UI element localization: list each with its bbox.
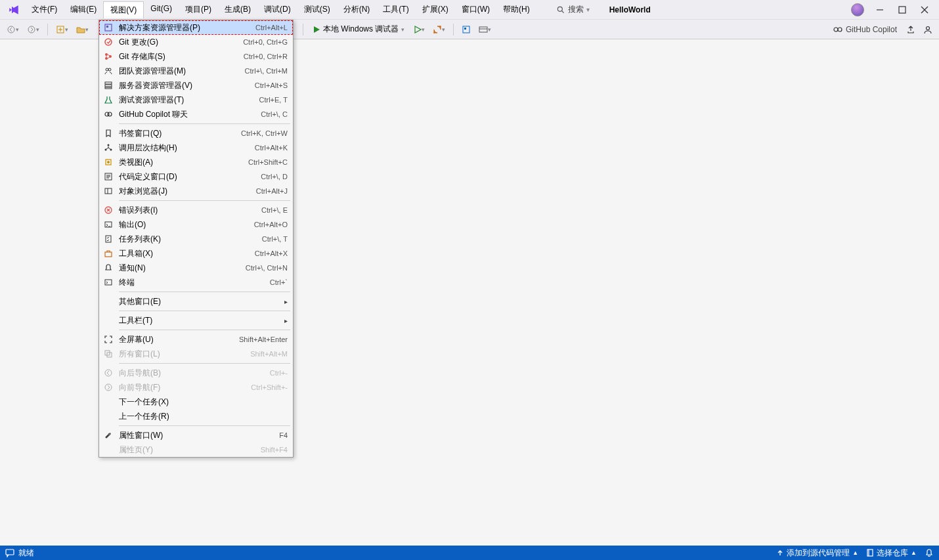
menu-item-label: 向后导航(B) bbox=[119, 368, 262, 379]
menu-item-label: 上一个任务(R) bbox=[119, 411, 280, 422]
select-repo-button[interactable]: 选择仓库 ▲ bbox=[866, 548, 917, 559]
nav-forward-button[interactable]: ▾ bbox=[24, 24, 42, 35]
menu-item-label: 终端 bbox=[119, 277, 262, 288]
menu-item-label: 向前导航(F) bbox=[119, 382, 243, 393]
menu-item-代码定义窗口[interactable]: 代码定义窗口(D)Ctrl+\, D bbox=[99, 169, 293, 184]
menu-item-书签窗口[interactable]: 书签窗口(Q)Ctrl+K, Ctrl+W bbox=[99, 126, 293, 140]
menu-item-label: 输出(O) bbox=[119, 219, 246, 230]
share-button[interactable] bbox=[904, 24, 918, 35]
menu-item-终端[interactable]: 终端Ctrl+` bbox=[99, 275, 293, 290]
menu-扩展[interactable]: 扩展(X) bbox=[416, 1, 455, 18]
solution-icon bbox=[102, 22, 115, 33]
menu-item-label: 解决方案资源管理器(P) bbox=[119, 22, 248, 33]
object-icon bbox=[102, 186, 115, 196]
menu-item-工具箱[interactable]: 工具箱(X)Ctrl+Alt+X bbox=[99, 246, 293, 261]
copilot-label: GitHub Copilot bbox=[846, 25, 897, 34]
menu-item-工具栏[interactable]: 工具栏(T)▸ bbox=[99, 313, 293, 328]
vs-logo-icon bbox=[8, 4, 20, 16]
menu-item-shortcut: Shift+F4 bbox=[261, 446, 288, 454]
menu-视图[interactable]: 视图(V) bbox=[103, 1, 144, 18]
start-nodebug-button[interactable]: ▾ bbox=[411, 24, 427, 35]
menu-item-其他窗口[interactable]: 其他窗口(E)▸ bbox=[99, 294, 293, 309]
menu-编辑[interactable]: 编辑(E) bbox=[64, 1, 103, 18]
menu-item-label: Git 更改(G) bbox=[119, 37, 235, 48]
statusbar: 就绪 添加到源代码管理 ▲ 选择仓库 ▲ bbox=[0, 546, 939, 560]
menu-item-对象浏览器[interactable]: 对象浏览器(J)Ctrl+Alt+J bbox=[99, 184, 293, 198]
maximize-button[interactable] bbox=[896, 3, 909, 16]
svg-rect-45 bbox=[105, 252, 112, 257]
menu-生成[interactable]: 生成(B) bbox=[218, 1, 257, 18]
menu-item-label: 调用层次结构(H) bbox=[119, 142, 247, 154]
menu-item-类视图[interactable]: 类视图(A)Ctrl+Shift+C bbox=[99, 155, 293, 169]
svg-point-14 bbox=[838, 28, 842, 32]
menu-item-shortcut: Ctrl+\, Ctrl+M bbox=[245, 67, 288, 75]
menu-item-Git 存储库[interactable]: Git 存储库(S)Ctrl+0, Ctrl+R bbox=[99, 49, 293, 64]
menu-item-属性窗口[interactable]: 属性窗口(W)F4 bbox=[99, 428, 293, 442]
close-button[interactable] bbox=[918, 3, 931, 16]
blank-icon bbox=[102, 397, 115, 407]
menu-item-属性页: 属性页(Y)Shift+F4 bbox=[99, 442, 293, 457]
menu-测试[interactable]: 测试(S) bbox=[297, 1, 337, 18]
menu-item-团队资源管理器[interactable]: 团队资源管理器(M)Ctrl+\, Ctrl+M bbox=[99, 64, 293, 78]
svg-point-49 bbox=[105, 370, 112, 376]
menu-item-测试资源管理器[interactable]: 测试资源管理器(T)Ctrl+E, T bbox=[99, 93, 293, 107]
menu-item-shortcut: Ctrl+0, Ctrl+R bbox=[244, 53, 288, 60]
terminal-icon bbox=[102, 277, 115, 288]
menu-item-shortcut: Ctrl+Alt+L bbox=[255, 24, 288, 32]
menu-item-shortcut: Shift+Alt+M bbox=[250, 350, 288, 358]
menu-文件[interactable]: 文件(F) bbox=[25, 1, 64, 18]
wrench-icon bbox=[102, 430, 115, 441]
menu-item-label: Git 存储库(S) bbox=[119, 51, 236, 62]
menu-工具[interactable]: 工具(T) bbox=[376, 1, 415, 18]
menu-item-调用层次结构[interactable]: 调用层次结构(H)Ctrl+Alt+K bbox=[99, 140, 293, 155]
menu-item-上一个任务[interactable]: 上一个任务(R) bbox=[99, 409, 293, 423]
menu-item-GitHub Copilot 聊天[interactable]: GitHub Copilot 聊天Ctrl+\, C bbox=[99, 107, 293, 121]
menu-item-向后导航: 向后导航(B)Ctrl+- bbox=[99, 366, 293, 380]
team-icon bbox=[102, 66, 115, 76]
menu-separator bbox=[119, 363, 290, 364]
menu-item-label: 工具箱(X) bbox=[119, 248, 247, 259]
search-box[interactable]: 搜索 ▾ bbox=[556, 4, 590, 15]
svg-rect-46 bbox=[105, 280, 112, 285]
svg-point-20 bbox=[105, 57, 108, 60]
menu-item-label: 属性页(Y) bbox=[119, 444, 253, 456]
nav-back-button[interactable]: ▾ bbox=[4, 24, 22, 35]
svg-rect-24 bbox=[105, 82, 112, 84]
menu-item-服务器资源管理器[interactable]: 服务器资源管理器(V)Ctrl+Alt+S bbox=[99, 78, 293, 93]
chevron-right-icon: ▸ bbox=[284, 317, 288, 324]
debug-target[interactable]: 本地 Windows 调试器 ▾ bbox=[309, 22, 408, 36]
feedback-icon[interactable] bbox=[5, 548, 14, 557]
menu-帮助[interactable]: 帮助(H) bbox=[496, 1, 536, 18]
minimize-button[interactable] bbox=[873, 3, 886, 16]
menu-item-全屏幕[interactable]: 全屏幕(U)Shift+Alt+Enter bbox=[99, 332, 293, 347]
hot-reload-button[interactable]: ▾ bbox=[430, 24, 448, 35]
menu-item-Git 更改[interactable]: Git 更改(G)Ctrl+0, Ctrl+G bbox=[99, 35, 293, 49]
menu-Git[interactable]: Git(G) bbox=[144, 1, 179, 18]
account-settings-button[interactable] bbox=[921, 24, 935, 35]
menu-item-label: 下一个任务(X) bbox=[119, 397, 280, 408]
menu-调试[interactable]: 调试(D) bbox=[257, 1, 297, 18]
toolbar-icon-1[interactable] bbox=[459, 24, 473, 35]
notifications-icon[interactable] bbox=[925, 548, 934, 557]
menu-item-下一个任务[interactable]: 下一个任务(X) bbox=[99, 395, 293, 409]
menu-item-解决方案资源管理器[interactable]: 解决方案资源管理器(P)Ctrl+Alt+L bbox=[99, 20, 293, 35]
menu-item-shortcut: Ctrl+Alt+K bbox=[255, 144, 288, 152]
menu-item-任务列表[interactable]: 任务列表(K)Ctrl+\, T bbox=[99, 232, 293, 246]
avatar[interactable] bbox=[851, 3, 864, 16]
svg-point-29 bbox=[108, 144, 110, 146]
menu-item-label: 错误列表(I) bbox=[119, 205, 253, 216]
menu-item-输出[interactable]: 输出(O)Ctrl+Alt+O bbox=[99, 217, 293, 232]
menu-分析[interactable]: 分析(N) bbox=[337, 1, 377, 18]
menu-项目[interactable]: 项目(P) bbox=[179, 1, 218, 18]
open-button[interactable]: ▾ bbox=[74, 24, 91, 35]
output-icon bbox=[102, 219, 115, 230]
add-source-control-button[interactable]: 添加到源代码管理 ▲ bbox=[776, 548, 858, 559]
menu-窗口[interactable]: 窗口(W) bbox=[455, 1, 496, 18]
menu-item-通知[interactable]: 通知(N)Ctrl+\, Ctrl+N bbox=[99, 261, 293, 275]
menu-item-错误列表[interactable]: 错误列表(I)Ctrl+\, E bbox=[99, 203, 293, 217]
new-item-button[interactable]: ▾ bbox=[53, 24, 71, 35]
server-icon bbox=[102, 80, 115, 91]
copilot-button[interactable]: GitHub Copilot bbox=[829, 23, 901, 36]
toolbar-icon-2[interactable]: ▾ bbox=[476, 24, 494, 35]
svg-rect-11 bbox=[479, 27, 487, 32]
